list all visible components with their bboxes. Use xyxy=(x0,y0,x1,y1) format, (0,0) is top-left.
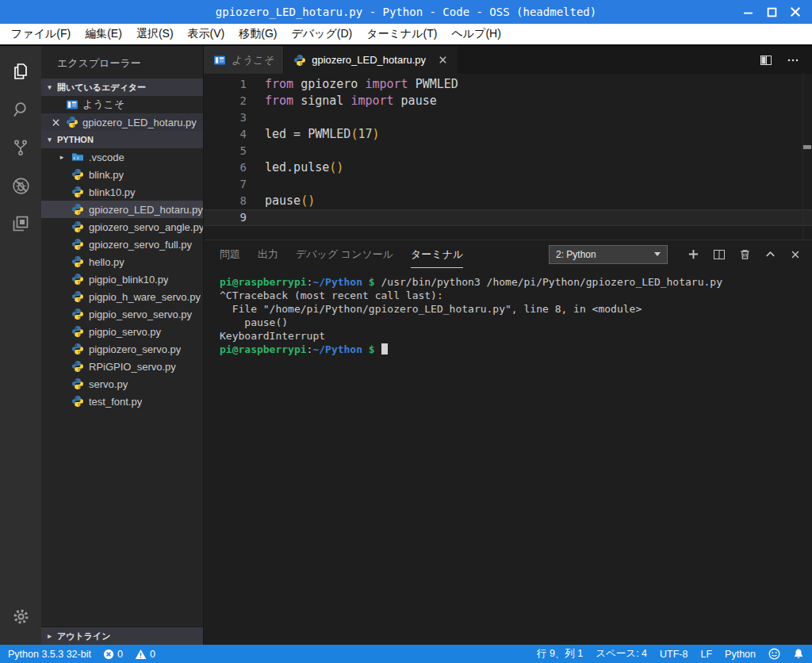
panel-tab-debug-console[interactable]: デバッグ コンソール xyxy=(296,240,393,268)
kill-terminal-icon[interactable] xyxy=(739,248,751,260)
outline-section-header[interactable]: ▸ アウトライン xyxy=(41,627,203,645)
terminal-line: File "/home/pi/Python/gpiozero_LED_hotar… xyxy=(220,302,812,316)
status-notifications[interactable] xyxy=(793,648,804,660)
folder-name-label: PYTHON xyxy=(57,135,94,144)
status-warnings[interactable]: 0 xyxy=(135,649,155,660)
code-editor[interactable]: 1from gpiozero import PWMLED2from signal… xyxy=(204,74,812,240)
file-tree: ▸.vscodeblink.pyblink10.pygpiozero_LED_h… xyxy=(41,148,203,410)
file-item[interactable]: pigpiozero_servo.py xyxy=(41,340,203,358)
menu-terminal[interactable]: ターミナル(T) xyxy=(359,24,444,44)
file-item[interactable]: hello.py xyxy=(41,253,203,270)
chevron-right-icon: ▸ xyxy=(57,153,67,161)
activity-settings-button[interactable] xyxy=(0,597,41,635)
code-token: 17 xyxy=(358,127,372,141)
status-language[interactable]: Python xyxy=(725,649,756,660)
panel-header: 問題出力デバッグ コンソールターミナル 2: Python xyxy=(204,240,812,268)
code-token: led = PWMLED xyxy=(265,127,350,141)
close-window-button[interactable] xyxy=(788,5,802,19)
split-terminal-icon[interactable] xyxy=(713,248,726,261)
panel-tab-output[interactable]: 出力 xyxy=(258,240,278,268)
status-indentation-label: スペース: 4 xyxy=(596,647,647,661)
status-encoding[interactable]: UTF-8 xyxy=(660,649,688,660)
python-icon xyxy=(71,290,84,303)
file-item[interactable]: test_font.py xyxy=(41,393,203,410)
menu-edit[interactable]: 編集(E) xyxy=(78,24,129,44)
menu-file[interactable]: ファイル(F) xyxy=(4,24,78,44)
file-item[interactable]: ▸.vscode xyxy=(41,148,203,166)
activity-explorer-button[interactable] xyxy=(0,52,41,90)
scrollbar-slider[interactable] xyxy=(803,145,811,149)
maximize-button[interactable] xyxy=(764,5,779,19)
activity-source-control-button[interactable] xyxy=(0,128,41,167)
file-name-label: gpiozero_servo_angle.py xyxy=(89,221,203,233)
new-terminal-icon[interactable] xyxy=(688,248,699,260)
menu-go[interactable]: 移動(G) xyxy=(232,24,284,44)
status-cursor-position[interactable]: 行 9、列 1 xyxy=(537,647,583,661)
code-line: 9 xyxy=(204,209,812,226)
python-icon xyxy=(71,255,84,268)
menu-help[interactable]: ヘルプ(H) xyxy=(444,24,508,44)
terminal-picker-dropdown[interactable]: 2: Python xyxy=(549,245,668,264)
file-item[interactable]: gpiozero_LED_hotaru.py xyxy=(41,201,203,218)
editor-scrollbar[interactable] xyxy=(802,74,803,240)
status-python-version[interactable]: Python 3.5.3 32-bit xyxy=(8,649,91,660)
activity-extensions-button[interactable] xyxy=(0,205,41,243)
code-token: from xyxy=(265,94,293,108)
tab-welcome[interactable]: ようこそ xyxy=(204,46,284,74)
close-panel-icon[interactable] xyxy=(790,249,801,260)
more-actions-icon[interactable] xyxy=(787,54,799,67)
close-tab-icon[interactable] xyxy=(438,55,448,65)
tab-active-file[interactable]: gpiozero_LED_hotaru.py xyxy=(284,46,458,74)
python-icon xyxy=(71,220,84,233)
terminal-text: ^CTraceback (most recent call last): xyxy=(220,289,443,301)
file-item[interactable]: pigpio_servo.py xyxy=(41,323,203,340)
python-icon xyxy=(66,116,79,128)
bell-icon xyxy=(793,648,804,660)
code-text xyxy=(247,143,265,159)
activity-debug-button[interactable] xyxy=(0,167,41,205)
file-item[interactable]: RPiGPIO_servo.py xyxy=(41,358,203,375)
activity-bar xyxy=(0,46,41,645)
file-item[interactable]: servo.py xyxy=(41,375,203,393)
status-errors[interactable]: 0 xyxy=(103,649,123,660)
open-editor-item[interactable]: ようこそ xyxy=(41,96,203,113)
split-editor-icon[interactable] xyxy=(760,54,772,67)
title-bar[interactable]: gpiozero_LED_hotaru.py - Python - Code -… xyxy=(0,0,812,24)
minimize-button[interactable] xyxy=(741,5,755,19)
file-item[interactable]: pigpio_servo_servo.py xyxy=(41,305,203,323)
status-bar-right: 行 9、列 1スペース: 4UTF-8LFPython xyxy=(537,647,804,661)
code-token: import xyxy=(365,77,408,91)
close-editor-icon[interactable] xyxy=(49,117,62,128)
status-eol[interactable]: LF xyxy=(700,649,712,660)
maximize-panel-icon[interactable] xyxy=(764,248,776,260)
line-number: 1 xyxy=(204,76,247,93)
status-errors-label: 0 xyxy=(117,649,123,660)
code-line: 6led.pulse() xyxy=(204,159,812,176)
open-editors-header[interactable]: ▾ 開いているエディター xyxy=(41,79,203,96)
file-item[interactable]: gpiozero_servo_angle.py xyxy=(41,218,203,236)
code-line: 1from gpiozero import PWMLED xyxy=(204,76,812,93)
file-item[interactable]: gpiozero_servo_full.py xyxy=(41,236,203,253)
status-indentation[interactable]: スペース: 4 xyxy=(596,647,647,661)
open-editor-item[interactable]: gpiozero_LED_hotaru.py xyxy=(41,113,203,131)
file-item[interactable]: blink10.py xyxy=(41,183,203,201)
menu-view[interactable]: 表示(V) xyxy=(181,24,232,44)
file-item[interactable]: blink.py xyxy=(41,166,203,183)
activity-search-button[interactable] xyxy=(0,90,41,128)
file-name-label: pigpio_blink10.py xyxy=(89,274,168,286)
line-number: 3 xyxy=(204,109,247,126)
tab-label: gpiozero_LED_hotaru.py xyxy=(312,54,426,66)
panel-tab-problems[interactable]: 問題 xyxy=(220,240,240,268)
panel-tab-terminal[interactable]: ターミナル xyxy=(411,240,463,268)
terminal-text: File "/home/pi/Python/gpiozero_LED_hotar… xyxy=(220,303,642,315)
folder-section-header[interactable]: ▾ PYTHON xyxy=(41,131,203,148)
file-name-label: blink.py xyxy=(89,169,124,181)
menu-selection[interactable]: 選択(S) xyxy=(129,24,181,44)
file-name-label: pigpio_h_ware_servo.py xyxy=(89,291,201,303)
menu-debug[interactable]: デバッグ(D) xyxy=(284,24,359,44)
line-number: 5 xyxy=(204,143,247,159)
file-item[interactable]: pigpio_blink10.py xyxy=(41,270,203,288)
file-item[interactable]: pigpio_h_ware_servo.py xyxy=(41,288,203,305)
status-feedback[interactable] xyxy=(768,648,780,660)
terminal-output[interactable]: pi@raspberrypi:~/Python $ /usr/bin/pytho… xyxy=(204,268,812,645)
